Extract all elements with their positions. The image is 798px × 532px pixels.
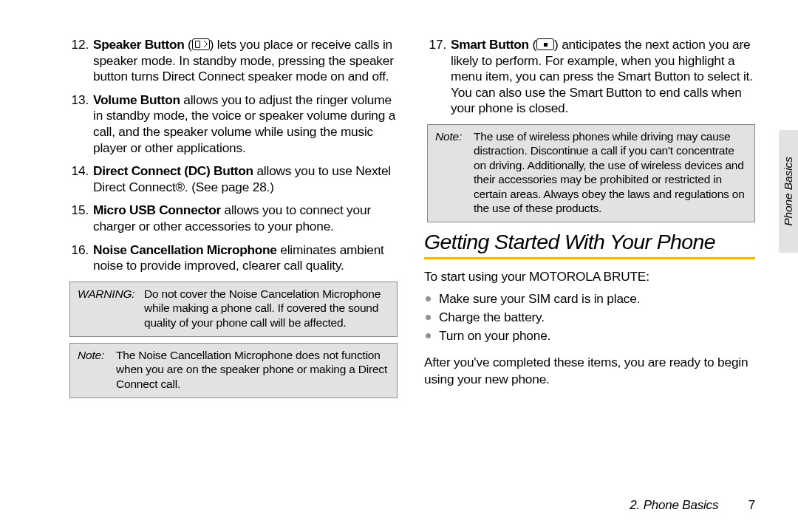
warning-box: WARNING: Do not cover the Noise Cancelat…: [69, 282, 398, 337]
item-number: 15.: [66, 202, 89, 219]
item-number: 16.: [66, 242, 89, 259]
note-box-right: Note: The use of wireless phones while d…: [427, 124, 755, 222]
warning-label: WARNING:: [78, 287, 144, 330]
manual-page: 12. Speaker Button () lets you place or …: [0, 0, 798, 532]
feature-list-right: 17. Smart Button () anticipates the next…: [424, 37, 755, 117]
smart-button-icon: [536, 38, 554, 50]
item-14: 14. Direct Connect (DC) Button allows yo…: [66, 163, 398, 195]
feature-list-left: 12. Speaker Button () lets you place or …: [66, 37, 398, 274]
side-tab-label: Phone Basics: [782, 157, 795, 226]
right-column: 17. Smart Button () anticipates the next…: [424, 37, 755, 398]
list-item: Make sure your SIM card is in place.: [424, 290, 755, 308]
item-12: 12. Speaker Button () lets you place or …: [66, 37, 398, 85]
note-body: The use of wireless phones while driving…: [474, 129, 747, 215]
note-label: Note:: [435, 129, 474, 215]
warning-body: Do not cover the Noise Cancelation Micro…: [144, 287, 389, 330]
note-body: The Noise Cancellation Microphone does n…: [116, 348, 389, 391]
note-label: Note:: [78, 348, 116, 391]
footer-chapter: 2. Phone Basics: [630, 498, 718, 512]
intro-paragraph: To start using your MOTOROLA BRUTE:: [424, 268, 755, 284]
left-column: 12. Speaker Button () lets you place or …: [66, 37, 398, 398]
item-number: 14.: [66, 163, 89, 180]
item-title: Speaker Button: [93, 37, 185, 52]
item-16: 16. Noise Cancellation Microphone elimin…: [66, 242, 398, 274]
list-item: Charge the battery.: [424, 308, 755, 327]
item-number: 13.: [66, 92, 89, 109]
item-title: Smart Button: [451, 37, 529, 52]
section-heading-getting-started: Getting Started With Your Phone: [424, 230, 755, 259]
footer-page-number: 7: [722, 498, 755, 512]
item-title: Volume Button: [93, 92, 180, 107]
item-13: 13. Volume Button allows you to adjust t…: [66, 92, 398, 156]
side-tab: Phone Basics: [779, 130, 798, 253]
item-17: 17. Smart Button () anticipates the next…: [424, 37, 755, 117]
item-title: Noise Cancellation Microphone: [93, 242, 277, 257]
speaker-icon: [192, 38, 210, 50]
two-column-layout: 12. Speaker Button () lets you place or …: [66, 37, 755, 398]
getting-started-steps: Make sure your SIM card is in place. Cha…: [424, 290, 755, 345]
item-title: Micro USB Connector: [93, 202, 221, 217]
item-number: 12.: [66, 37, 89, 53]
page-footer: 2. Phone Basics 7: [630, 498, 755, 513]
item-title: Direct Connect (DC) Button: [93, 163, 253, 178]
note-box-left: Note: The Noise Cancellation Microphone …: [69, 343, 398, 398]
outro-paragraph: After you've completed these items, you …: [424, 354, 755, 387]
item-number: 17.: [424, 37, 446, 53]
list-item: Turn on your phone.: [424, 327, 755, 345]
item-15: 15. Micro USB Connector allows you to co…: [66, 202, 398, 234]
